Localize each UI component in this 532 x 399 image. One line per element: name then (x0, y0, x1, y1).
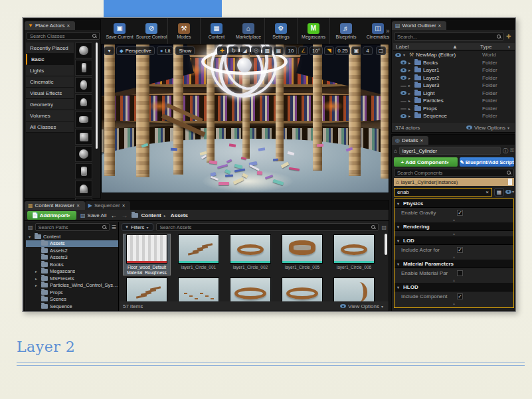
tab-place-actors[interactable]: ▼ Place Actors × (25, 21, 75, 30)
sidebar-item-geometry[interactable]: Geometry (26, 99, 74, 110)
viewport-options-dropdown[interactable]: ▾ (104, 46, 114, 55)
eye-closed-icon[interactable] (400, 108, 406, 110)
folder-tree-item-assets3[interactable]: Assets3 (26, 254, 118, 262)
rotation-snap-value[interactable]: 10° (310, 46, 323, 55)
checkbox[interactable] (457, 270, 463, 276)
filters-button[interactable]: ▼ Filters▾ (122, 223, 153, 231)
section-header-hlod[interactable]: ▾HLOD (395, 283, 513, 291)
grid-snap-value[interactable]: 10 (285, 46, 297, 55)
asset-tile[interactable]: layer1_Circle_005 (279, 234, 325, 275)
tab-world-outliner[interactable]: ▤ World Outliner × (392, 21, 446, 30)
outliner-row[interactable]: ▸Layer1Folder (393, 66, 515, 74)
world-relative-icon[interactable]: ☉ (251, 46, 261, 55)
expander-icon[interactable]: ▸ (408, 68, 412, 72)
section-header-physics[interactable]: ▾Physics (395, 199, 513, 208)
expander-icon[interactable]: ▸ (408, 91, 412, 96)
toolbar-button-blueprints[interactable]: ♬Blueprints (331, 23, 361, 39)
expander-icon[interactable]: ▸ (408, 76, 412, 80)
eye-closed-icon[interactable] (400, 101, 406, 102)
toolbar-button-modes[interactable]: ⚒Modes (169, 23, 199, 39)
list-view-icon[interactable]: ☰ (112, 224, 116, 230)
scale-snap-value[interactable]: 0.25 (335, 46, 350, 55)
tab-content-browser[interactable]: ▦ Content Browser × (25, 201, 85, 210)
expander-icon[interactable]: ▸ (408, 114, 412, 118)
save-all-button[interactable]: ▤ Save All (80, 212, 106, 218)
folder-tree-item-props[interactable]: Props (26, 289, 118, 296)
lock-icon[interactable]: ⚿ (510, 147, 514, 154)
component-row[interactable]: ⌂ layer1_Cylinder(Instance) (394, 178, 514, 186)
sphere-icon[interactable] (75, 146, 92, 162)
point-light-icon[interactable] (75, 94, 92, 110)
outliner-filter-icon[interactable]: ✚ (506, 33, 511, 40)
outliner-row[interactable]: ▾⚒NewMap (Editor)World (393, 51, 515, 59)
expander-icon[interactable]: ▸ (35, 269, 39, 274)
outliner-row[interactable]: ▸PropsFolder (393, 105, 515, 113)
viewport[interactable]: ▾ ◆ Perspective ● Lit Show ✚ ↻ ◢ ☉ ▩ (101, 44, 389, 193)
expander-icon[interactable]: ▾ (403, 52, 407, 57)
toolbar-button-source-control[interactable]: ⊘Source Control (136, 23, 167, 39)
cube-icon[interactable] (75, 129, 92, 145)
sidebar-item-lights[interactable]: Lights (26, 65, 74, 76)
close-icon[interactable]: × (66, 23, 70, 29)
lit-button[interactable]: ● Lit (157, 46, 173, 55)
sidebar-item-basic[interactable]: Basic (26, 54, 74, 65)
outliner-row[interactable]: ▸Layer3Folder (393, 82, 515, 90)
eye-closed-icon[interactable] (400, 86, 406, 87)
assets-scrollbar[interactable] (385, 234, 387, 255)
outliner-column-header[interactable]: Label ▲ Type ▾ (393, 43, 515, 50)
empty-actor-icon[interactable] (75, 42, 92, 58)
eye-icon[interactable] (400, 76, 406, 80)
cylinder-icon[interactable] (75, 163, 92, 179)
expander-icon[interactable]: ▸ (408, 83, 412, 88)
checkbox[interactable]: ✓ (457, 293, 463, 299)
folder-tree-item-content[interactable]: ▾Content (26, 233, 118, 240)
rotation-snap-icon[interactable]: ∠ (298, 46, 308, 55)
toolbar-overflow-button[interactable]: » (386, 27, 390, 35)
folder-tree-item-particles_wind_control_system[interactable]: ▸Particles_Wind_Control_System (26, 282, 118, 289)
asset-tile[interactable]: layer1_Circle_002 (227, 234, 274, 275)
perspective-button[interactable]: ◆ Perspective (116, 46, 155, 55)
search-paths-input[interactable]: Search Paths (35, 223, 110, 231)
show-button[interactable]: Show (175, 46, 195, 55)
surface-snap-icon[interactable]: ▩ (262, 46, 272, 55)
sources-toggle-icon[interactable]: ▤ (28, 224, 33, 230)
grid-snap-icon[interactable]: ▦ (274, 46, 284, 55)
clear-filter-icon[interactable]: × (486, 189, 489, 195)
section-separator[interactable]: ▴ (395, 301, 513, 306)
sidebar-item-volumes[interactable]: Volumes (26, 110, 74, 121)
expander-icon[interactable]: ▸ (35, 276, 39, 281)
save-search-icon[interactable]: ▤ (381, 224, 387, 230)
player-start-icon[interactable] (75, 112, 92, 127)
close-icon[interactable]: × (438, 23, 442, 29)
section-separator[interactable]: ▴ (395, 231, 513, 236)
actor-name-field[interactable]: layer1_Cylinder (399, 147, 501, 155)
expander-icon[interactable]: ▾ (29, 234, 33, 239)
rotate-tool-icon[interactable]: ↻ (228, 46, 238, 55)
sidebar-item-cinematic[interactable]: Cinematic (26, 76, 74, 88)
section-separator[interactable]: ▴ (395, 254, 513, 260)
section-header-lod[interactable]: ▾LOD (395, 236, 513, 245)
section-header-material-parameters[interactable]: ▾Material Parameters (395, 260, 513, 268)
cone-icon[interactable] (75, 181, 92, 197)
eye-icon[interactable] (400, 114, 406, 118)
outliner-row[interactable]: ▸SequenceFolder (393, 112, 515, 120)
camera-speed-value[interactable]: 4 (363, 46, 373, 55)
search-classes-input[interactable]: Search Classes (27, 32, 100, 40)
toolbar-button-settings[interactable]: ⚙Settings (266, 23, 296, 39)
asset-tile[interactable]: Floor_wood_Default Material_Roughness (124, 234, 170, 275)
maximize-viewport-icon[interactable]: ▢ (376, 46, 386, 55)
search-components-input[interactable]: Search Components (394, 169, 514, 177)
section-separator[interactable]: ▴ (395, 217, 513, 222)
folder-tree-item-assets[interactable]: Assets (26, 240, 118, 248)
sidebar-item-visual-effects[interactable]: Visual Effects (26, 88, 74, 99)
add-component-button[interactable]: + Add Component▾ (394, 157, 458, 167)
folder-tree-item-sequence[interactable]: Sequence (26, 303, 118, 310)
expander-icon[interactable]: ▸ (408, 98, 412, 103)
place-actors-scrollbar[interactable] (96, 42, 98, 149)
character-icon[interactable] (75, 60, 92, 76)
outliner-row[interactable]: ▸Layer2Folder (393, 74, 515, 82)
folder-tree-item-mspresets[interactable]: ▸MSPresets (26, 275, 118, 282)
help-icon[interactable]: ⓘ (503, 147, 508, 155)
folder-tree-item-megascans[interactable]: ▸Megascans (26, 268, 118, 276)
blueprint-add-script-button[interactable]: ✎ Blueprint/Add Script (460, 157, 514, 167)
